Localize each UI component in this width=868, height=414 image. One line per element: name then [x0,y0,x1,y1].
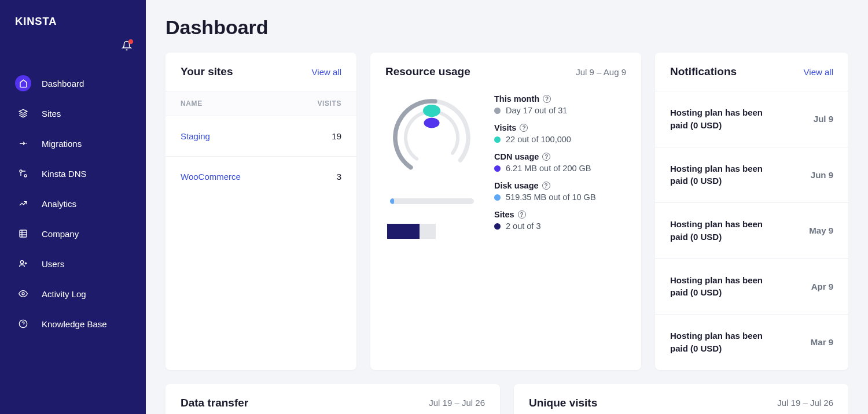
layers-icon [15,105,31,121]
svg-point-3 [24,175,27,177]
notification-text: Hosting plan has been paid (0 USD) [670,330,780,355]
notification-date: Jun 9 [811,170,833,180]
site-visits-value: 3 [337,172,341,182]
sidebar-item-activity[interactable]: Activity Log [7,280,139,308]
users-icon [15,256,31,272]
notification-date: May 9 [809,226,833,235]
dns-icon [15,165,31,182]
notifications-card: Notifications View all Hosting plan has … [655,53,848,370]
notification-item[interactable]: Hosting plan has been paid (0 USD)Mar 9 [655,315,848,370]
sidebar-item-label: Migrations [42,139,82,149]
metric-swatch [494,194,501,201]
site-name-link[interactable]: Staging [181,131,210,141]
resource-usage-card: Resource usage Jul 9 – Aug 9 [370,53,641,370]
data-transfer-card: Data transfer Jul 19 – Jul 26 [165,384,500,415]
sites-table-header: NAME VISITS [165,91,356,116]
site-block [420,224,436,239]
page-title: Dashboard [165,16,848,39]
sidebar-item-migrations[interactable]: Migrations [7,130,139,157]
table-row: WooCommerce3 [165,157,356,197]
metric-label: Disk usage [494,181,539,190]
sidebar-item-company[interactable]: Company [7,220,139,247]
home-icon [15,75,31,91]
notification-dot [128,39,133,44]
analytics-icon [15,195,31,212]
metric-swatch [494,165,501,172]
site-name-link[interactable]: WooCommerce [181,172,241,182]
metric-label: Visits [494,123,516,132]
col-visits: VISITS [317,99,341,108]
site-block [387,224,403,239]
legend-item: CDN usage?6.21 MB out of 200 GB [494,152,626,173]
notification-date: Apr 9 [811,282,833,291]
sidebar-item-dashboard[interactable]: Dashboard [7,69,139,97]
sidebar-item-label: Sites [42,109,61,119]
metric-swatch [494,223,501,230]
notification-bell-icon[interactable] [122,40,132,53]
card-title: Data transfer [181,397,248,409]
notification-item[interactable]: Hosting plan has been paid (0 USD)Apr 9 [655,259,848,315]
your-sites-card: Your sites View all NAME VISITS Staging1… [165,53,356,370]
notification-item[interactable]: Hosting plan has been paid (0 USD)Jul 9 [655,91,848,147]
sites-blocks [387,224,478,239]
svg-point-9 [22,293,24,295]
metric-label: CDN usage [494,152,539,161]
info-icon[interactable]: ? [520,124,528,132]
svg-text:KINSTA: KINSTA [15,15,57,27]
resource-date-range: Jul 9 – Aug 9 [576,67,626,77]
info-icon[interactable]: ? [542,182,550,190]
sidebar-item-label: Analytics [42,199,76,209]
metric-label: This month [494,94,539,104]
info-icon[interactable]: ? [518,210,526,219]
table-row: Staging19 [165,116,356,157]
view-all-notifications-link[interactable]: View all [804,67,833,77]
sidebar-item-label: Activity Log [42,289,86,299]
notification-text: Hosting plan has been paid (0 USD) [670,106,780,132]
eye-icon [15,286,31,302]
info-icon[interactable]: ? [542,153,550,161]
metric-swatch [494,136,501,143]
legend-item: Disk usage?519.35 MB out of 10 GB [494,181,626,202]
sidebar-item-sites[interactable]: Sites [7,99,139,127]
sidebar-item-users[interactable]: Users [7,250,139,278]
brand-logo[interactable]: KINSTA [0,12,146,40]
info-icon[interactable]: ? [543,95,551,103]
notification-item[interactable]: Hosting plan has been paid (0 USD)Jun 9 [655,147,848,204]
svg-rect-4 [20,230,27,237]
sidebar-item-analytics[interactable]: Analytics [7,190,139,217]
site-visits-value: 19 [332,131,341,141]
sidebar-item-label: Kinsta DNS [42,169,87,179]
site-block [403,224,420,239]
notification-date: Mar 9 [811,337,833,347]
card-title: Your sites [181,65,233,78]
data-transfer-range: Jul 19 – Jul 26 [429,398,485,408]
notification-item[interactable]: Hosting plan has been paid (0 USD)May 9 [655,203,848,259]
sidebar-item-label: Dashboard [42,79,84,88]
sidebar-item-label: Users [42,259,64,269]
svg-point-16 [424,118,440,128]
sidebar-item-dns[interactable]: Kinsta DNS [7,160,139,187]
sidebar-item-label: Company [42,229,79,239]
sidebar-item-label: Knowledge Base [42,319,107,329]
svg-point-15 [423,105,440,117]
resource-legend: This month?Day 17 out of 31Visits?22 out… [494,94,626,239]
view-all-sites-link[interactable]: View all [312,67,341,77]
disk-usage-bar [390,198,474,204]
legend-item: Sites?2 out of 3 [494,210,626,231]
col-name: NAME [181,99,203,108]
sidebar-item-knowledge[interactable]: Knowledge Base [7,310,139,338]
unique-visits-range: Jul 19 – Jul 26 [777,398,833,408]
metric-swatch [494,108,501,114]
svg-marker-1 [19,109,27,113]
notification-date: Jul 9 [814,114,833,124]
metric-value: Day 17 out of 31 [506,106,567,115]
svg-point-8 [20,261,23,264]
help-icon [15,316,31,332]
sidebar-nav: Dashboard Sites Migrations Kinsta DNS An… [0,65,146,345]
main-content: Dashboard Your sites View all NAME VISIT… [146,0,868,414]
metric-value: 6.21 MB out of 200 GB [506,164,591,173]
card-title: Unique visits [529,397,597,409]
card-title: Notifications [670,65,737,78]
metric-value: 519.35 MB out of 10 GB [506,193,596,202]
company-icon [15,226,31,242]
